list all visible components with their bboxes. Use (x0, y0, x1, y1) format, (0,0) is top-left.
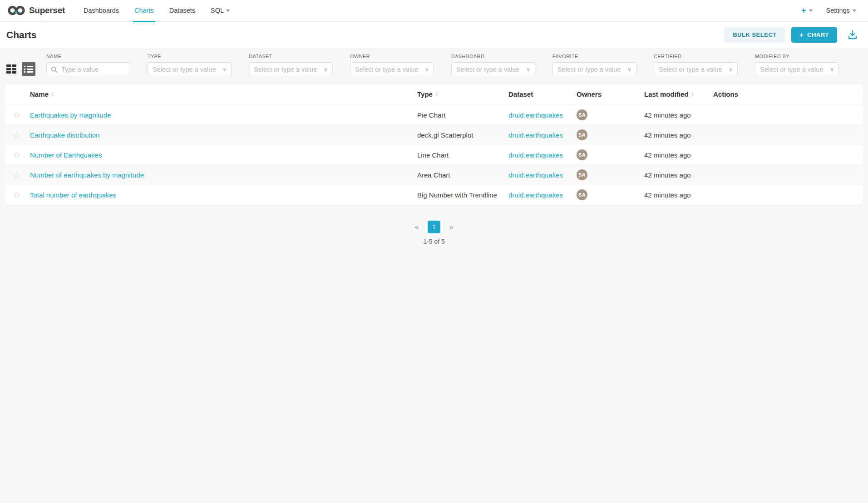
sort-icon: ▲▼ (51, 92, 54, 97)
column-header-actions: Actions (711, 84, 863, 105)
filter-type: TYPE Select or type a value ∨ (148, 54, 232, 76)
name-filter-input[interactable] (51, 66, 125, 73)
owner-avatar[interactable]: SA (577, 109, 587, 120)
filter-dataset: DATASET Select or type a value ∨ (249, 54, 333, 76)
list-view-toggle[interactable] (22, 62, 35, 76)
last-modified-cell: 42 minutes ago (642, 145, 711, 165)
filter-name: NAME (46, 54, 130, 76)
owner-avatar[interactable]: SA (577, 189, 587, 200)
chart-name-link[interactable]: Number of Earthquakes (30, 151, 102, 159)
page-header: Charts BULK SELECT + CHART (0, 22, 868, 48)
dataset-link[interactable]: druid.earthquakes (508, 131, 563, 139)
card-view-toggle[interactable] (6, 64, 16, 74)
bulk-select-button[interactable]: BULK SELECT (725, 27, 785, 43)
next-page-button[interactable]: » (447, 221, 456, 232)
last-modified-cell: 42 minutes ago (642, 185, 711, 205)
chart-name-link[interactable]: Earthquake distribution (30, 131, 99, 139)
superset-infinity-icon (7, 5, 25, 16)
add-chart-button[interactable]: + CHART (791, 27, 837, 43)
nav-item-charts[interactable]: Charts (127, 0, 162, 21)
view-mode-toggles (6, 62, 35, 76)
dataset-link[interactable]: druid.earthquakes (508, 111, 563, 119)
brand-name: Superset (29, 5, 65, 15)
export-charts-button[interactable] (847, 30, 858, 40)
dashboard-filter-select[interactable]: Select or type a value ∨ (451, 62, 535, 76)
plus-icon: + (799, 31, 804, 39)
favorite-star-icon[interactable]: ☆ (13, 150, 20, 160)
dataset-link[interactable]: druid.earthquakes (508, 191, 563, 199)
favorite-column-header (5, 84, 28, 105)
filter-label: FAVORITE (552, 54, 636, 59)
charts-list-table: Name ▲▼ Type ▲▼ Dataset (5, 84, 863, 205)
actions-cell (711, 185, 863, 205)
filter-label: MODIFIED BY (755, 54, 839, 59)
pagination: « 1 » (0, 221, 868, 233)
type-filter-select[interactable]: Select or type a value ∨ (148, 62, 232, 76)
column-header-dataset: Dataset (507, 84, 575, 105)
owner-avatar[interactable]: SA (577, 149, 587, 160)
owner-avatar[interactable]: SA (577, 169, 587, 180)
filter-label: DASHBOARD (451, 54, 535, 59)
chevron-down-icon: ∨ (425, 66, 429, 73)
nav-item-dashboards[interactable]: Dashboards (76, 0, 127, 21)
caret-down-icon (853, 10, 856, 12)
chart-name-link[interactable]: Earthquakes by magnitude (30, 111, 111, 119)
actions-cell (711, 145, 863, 165)
chart-name-link[interactable]: Number of earthquakes by magnitude (30, 171, 144, 179)
nav-item-sql[interactable]: SQL (203, 0, 237, 21)
filter-favorite: FAVORITE Select or type a value ∨ (552, 54, 636, 76)
column-header-type[interactable]: Type ▲▼ (415, 84, 507, 105)
favorite-star-icon[interactable]: ☆ (13, 190, 20, 200)
favorite-star-icon[interactable]: ☆ (13, 170, 20, 180)
column-header-owners: Owners (575, 84, 642, 105)
table-row: ☆ Total number of earthquakes Big Number… (5, 185, 863, 205)
modified-by-filter-select[interactable]: Select or type a value ∨ (755, 62, 839, 76)
new-item-dropdown[interactable]: + (801, 6, 813, 15)
chart-type-cell: Line Chart (415, 145, 507, 165)
table-row: ☆ Earthquake distribution deck.gl Scatte… (5, 125, 863, 145)
filter-dashboard: DASHBOARD Select or type a value ∨ (451, 54, 535, 76)
dataset-filter-select[interactable]: Select or type a value ∨ (249, 62, 333, 76)
nav-menu: Dashboards Charts Datasets SQL (76, 0, 237, 21)
page-number-button[interactable]: 1 (428, 221, 440, 233)
nav-item-datasets[interactable]: Datasets (162, 0, 203, 21)
caret-down-icon (809, 10, 813, 12)
column-header-last-modified[interactable]: Last modified ▲▼ (642, 84, 711, 105)
top-navbar: Superset Dashboards Charts Datasets SQL … (0, 0, 868, 22)
owner-filter-select[interactable]: Select or type a value ∨ (350, 62, 434, 76)
chevron-down-icon: ∨ (526, 66, 530, 73)
chevron-down-icon: ∨ (830, 66, 834, 73)
chart-type-cell: Big Number with Trendline (415, 185, 507, 205)
chevron-down-icon: ∨ (324, 66, 328, 73)
dataset-link[interactable]: druid.earthquakes (508, 171, 563, 179)
owner-avatar[interactable]: SA (577, 129, 587, 140)
sort-icon: ▲▼ (435, 92, 438, 97)
column-header-name[interactable]: Name ▲▼ (28, 84, 415, 105)
chart-name-link[interactable]: Total number of earthquakes (30, 191, 116, 199)
table-row: ☆ Number of Earthquakes Line Chart druid… (5, 145, 863, 165)
caret-down-icon (226, 10, 230, 12)
chevron-down-icon: ∨ (627, 66, 631, 73)
chart-type-cell: Pie Chart (415, 105, 507, 125)
page-title: Charts (6, 30, 37, 40)
filter-modified-by: MODIFIED BY Select or type a value ∨ (755, 54, 839, 76)
favorite-star-icon[interactable]: ☆ (13, 110, 20, 120)
certified-filter-select[interactable]: Select or type a value ∨ (654, 62, 738, 76)
filter-label: TYPE (148, 54, 232, 59)
superset-logo[interactable]: Superset (7, 5, 65, 16)
search-icon (51, 66, 57, 73)
dataset-link[interactable]: druid.earthquakes (508, 151, 563, 159)
filter-owner: OWNER Select or type a value ∨ (350, 54, 434, 76)
table-row: ☆ Earthquakes by magnitude Pie Chart dru… (5, 105, 863, 125)
download-tray-icon (847, 30, 858, 40)
last-modified-cell: 42 minutes ago (642, 105, 711, 125)
filter-label: DATASET (249, 54, 333, 59)
prev-page-button[interactable]: « (412, 221, 421, 232)
filter-certified: CERTIFIED Select or type a value ∨ (654, 54, 738, 76)
favorite-star-icon[interactable]: ☆ (13, 130, 20, 140)
actions-cell (711, 125, 863, 145)
settings-dropdown[interactable]: Settings (826, 7, 856, 14)
favorite-filter-select[interactable]: Select or type a value ∨ (552, 62, 636, 76)
filter-label: NAME (46, 54, 130, 59)
pagination-summary: 1-5 of 5 (0, 238, 868, 245)
